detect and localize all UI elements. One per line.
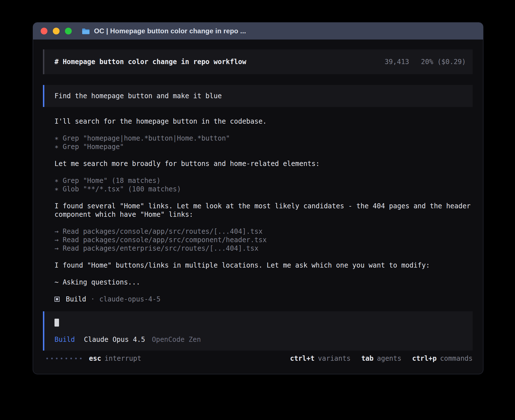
session-header: # Homepage button color change in repo w…	[43, 49, 473, 74]
shortcut-key: ctrl+t	[290, 354, 315, 363]
minimize-button[interactable]	[53, 28, 60, 34]
tool-calls-read: → Read packages/console/app/src/routes/[…	[54, 227, 473, 253]
shortcut-variants: ctrl+t variants	[290, 354, 350, 363]
shortcut-label: commands	[440, 354, 473, 363]
prompt-input[interactable]: Build Claude Opus 4.5 OpenCode Zen	[43, 311, 473, 351]
esc-key: esc	[89, 354, 101, 363]
input-model: Claude Opus 4.5	[84, 335, 145, 344]
window-title: OC | Homepage button color change in rep…	[94, 27, 246, 35]
token-count: 39,413	[385, 58, 409, 66]
user-message: Find the homepage button and make it blu…	[43, 85, 473, 107]
terminal-content: # Homepage button color change in repo w…	[33, 40, 483, 374]
shortcut-label: agents	[377, 354, 401, 363]
assistant-text: I found "Home" buttons/links in multiple…	[54, 261, 473, 270]
assistant-text: Let me search more broadly for buttons a…	[54, 159, 473, 168]
user-message-text: Find the homepage button and make it blu…	[54, 92, 222, 100]
input-meta: Build Claude Opus 4.5 OpenCode Zen	[54, 335, 462, 344]
tool-call: → Read packages/enterprise/src/routes/[.…	[54, 244, 473, 253]
close-button[interactable]	[41, 28, 47, 34]
tool-call: → Read packages/console/app/src/routes/[…	[54, 227, 473, 236]
session-title: # Homepage button color change in repo w…	[54, 58, 246, 66]
agent-status-line: Build · claude-opus-4-5	[54, 295, 473, 303]
statusbar: esc interrupt ctrl+t variants tab agents…	[43, 354, 473, 363]
titlebar: OC | Homepage button color change in rep…	[33, 23, 483, 40]
input-mode: Build	[54, 335, 75, 344]
tool-calls-grep: ∗ Grep "homepage|home.*button|Home.*butt…	[54, 134, 473, 151]
shortcut-key: tab	[361, 354, 374, 363]
tool-call: ∗ Grep "Homepage"	[54, 143, 473, 151]
shortcut-key: ctrl+p	[412, 354, 437, 363]
traffic-lights	[41, 28, 72, 34]
statusbar-right: ctrl+t variants tab agents ctrl+p comman…	[290, 354, 473, 363]
shortcut-agents: tab agents	[361, 354, 401, 363]
shortcut-interrupt: esc interrupt	[89, 354, 141, 363]
terminal-window: OC | Homepage button color change in rep…	[33, 22, 483, 374]
session-stats: 39,413 20% ($0.29)	[385, 58, 466, 66]
shortcut-commands: ctrl+p commands	[412, 354, 473, 363]
assistant-text: I found several "Home" links. Let me loo…	[54, 202, 473, 219]
shortcut-label: variants	[318, 354, 351, 363]
tool-call: ∗ Grep "homepage|home.*button|Home.*butt…	[54, 134, 473, 143]
context-usage: 20% ($0.29)	[421, 58, 466, 66]
assistant-text: I'll search for the homepage button in t…	[54, 117, 473, 126]
assistant-status: ~ Asking questions...	[54, 278, 473, 286]
tool-call: → Read packages/console/app/src/componen…	[54, 236, 473, 244]
agent-model: claude-opus-4-5	[99, 295, 161, 303]
statusbar-left: esc interrupt	[46, 354, 141, 363]
tool-call: ∗ Grep "Home" (18 matches)	[54, 176, 473, 185]
activity-dots	[46, 358, 82, 359]
folder-icon	[82, 28, 90, 34]
esc-label: interrupt	[104, 354, 141, 363]
agent-icon	[54, 297, 60, 302]
tool-calls-search: ∗ Grep "Home" (18 matches) ∗ Glob "**/*.…	[54, 176, 473, 193]
input-provider: OpenCode Zen	[152, 335, 201, 344]
agent-separator: ·	[91, 295, 95, 303]
agent-name: Build	[66, 295, 86, 303]
text-cursor	[54, 319, 59, 327]
tool-call: ∗ Glob "**/*.tsx" (100 matches)	[54, 185, 473, 193]
zoom-button[interactable]	[65, 28, 72, 34]
